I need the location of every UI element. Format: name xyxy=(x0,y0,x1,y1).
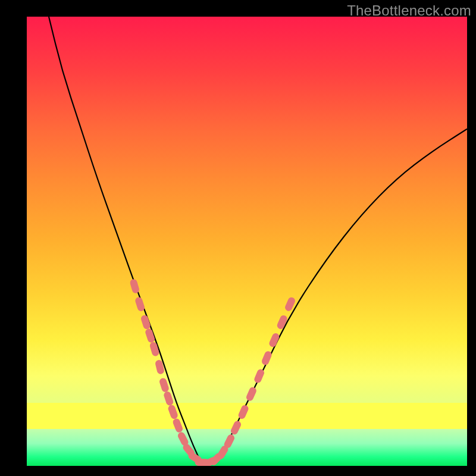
watermark-text: TheBottleneck.com xyxy=(347,2,471,19)
highlight-band xyxy=(27,403,467,429)
curve-marker xyxy=(140,314,151,330)
bottleneck-curve-svg xyxy=(27,17,467,466)
curve-marker xyxy=(129,278,140,294)
curve-marker xyxy=(261,350,273,366)
curve-marker xyxy=(181,442,196,458)
plot-area xyxy=(27,17,467,466)
curve-marker xyxy=(155,359,165,375)
curve-marker xyxy=(268,332,281,348)
curve-marker xyxy=(177,431,190,447)
curve-marker xyxy=(145,328,156,344)
curve-marker xyxy=(276,314,289,330)
curve-marker xyxy=(158,377,170,393)
curve-marker xyxy=(223,433,236,449)
curve-marker xyxy=(216,444,230,461)
curve-marker xyxy=(284,296,296,312)
curve-marker xyxy=(187,451,203,465)
curve-marker xyxy=(245,386,258,402)
chart-frame: TheBottleneck.com xyxy=(0,0,476,476)
curve-marker xyxy=(195,459,209,466)
curve-marker xyxy=(253,368,265,384)
curve-marker xyxy=(202,456,218,466)
curve-marker xyxy=(134,296,146,312)
curve-marker xyxy=(209,452,224,466)
curve-line xyxy=(49,17,467,463)
curve-marker xyxy=(149,341,159,356)
